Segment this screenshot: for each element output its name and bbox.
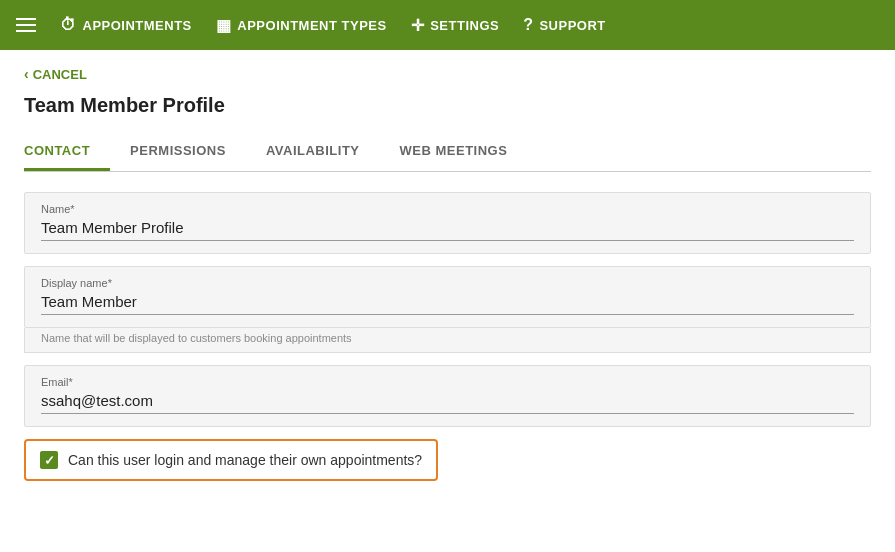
- display-name-label: Display name*: [41, 277, 854, 289]
- name-label: Name*: [41, 203, 854, 215]
- login-checkbox[interactable]: [40, 451, 58, 469]
- appointment-types-icon: ▦: [216, 16, 232, 35]
- login-checkbox-section[interactable]: Can this user login and manage their own…: [24, 439, 438, 481]
- tab-web-meetings[interactable]: WEB MEETINGS: [380, 133, 528, 171]
- display-name-field-section: Display name*: [24, 266, 871, 328]
- nav-appointments[interactable]: ⏱ APPOINTMENTS: [60, 16, 192, 34]
- display-name-hint: Name that will be displayed to customers…: [24, 328, 871, 353]
- settings-icon: ✛: [411, 16, 425, 35]
- tab-contact[interactable]: CONTACT: [24, 133, 110, 171]
- tabs: CONTACT PERMISSIONS AVAILABILITY WEB MEE…: [24, 133, 871, 172]
- email-label: Email*: [41, 376, 854, 388]
- email-field-section: Email*: [24, 365, 871, 427]
- name-input[interactable]: [41, 219, 854, 241]
- nav-appointment-types[interactable]: ▦ APPOINTMENT TYPES: [216, 16, 387, 35]
- appointments-icon: ⏱: [60, 16, 77, 34]
- cancel-link[interactable]: ‹ CANCEL: [24, 66, 871, 82]
- tab-availability[interactable]: AVAILABILITY: [246, 133, 380, 171]
- hamburger-menu-icon[interactable]: [16, 18, 36, 32]
- main-content: ‹ CANCEL Team Member Profile CONTACT PER…: [0, 50, 895, 497]
- chevron-left-icon: ‹: [24, 66, 29, 82]
- tab-permissions[interactable]: PERMISSIONS: [110, 133, 246, 171]
- support-icon: ?: [523, 16, 533, 34]
- nav-settings[interactable]: ✛ SETTINGS: [411, 16, 500, 35]
- page-title: Team Member Profile: [24, 94, 871, 117]
- name-field-section: Name*: [24, 192, 871, 254]
- display-name-input[interactable]: [41, 293, 854, 315]
- email-input[interactable]: [41, 392, 854, 414]
- login-checkbox-label: Can this user login and manage their own…: [68, 452, 422, 468]
- nav-support[interactable]: ? SUPPORT: [523, 16, 606, 34]
- header: ⏱ APPOINTMENTS ▦ APPOINTMENT TYPES ✛ SET…: [0, 0, 895, 50]
